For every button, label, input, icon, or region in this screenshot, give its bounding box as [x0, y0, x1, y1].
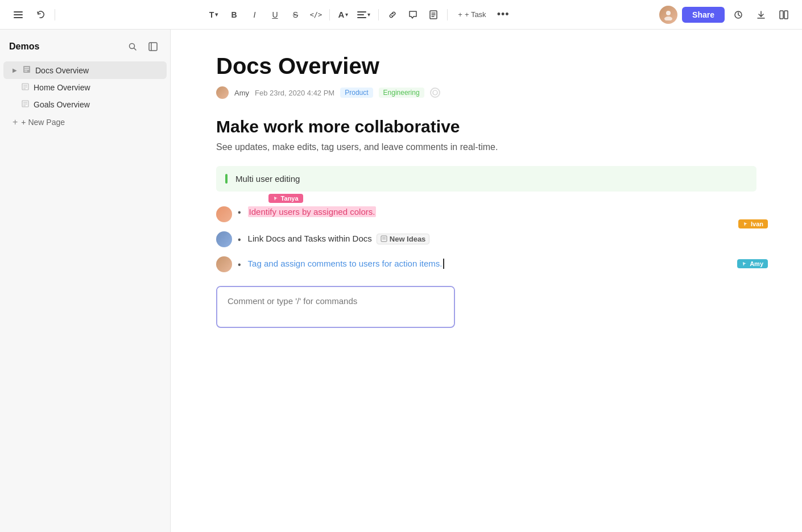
italic-button[interactable]: I: [245, 6, 263, 24]
layout-button[interactable]: [775, 6, 793, 24]
section-subtitle: See updates, make edits, tag users, and …: [216, 142, 756, 152]
align-button[interactable]: ▾: [354, 8, 374, 22]
svg-rect-5: [357, 17, 366, 18]
home-overview-page-icon: [22, 83, 29, 92]
comment-box: [216, 286, 455, 328]
history-button[interactable]: [729, 6, 747, 24]
add-tag-button[interactable]: [430, 88, 440, 98]
bold-button[interactable]: B: [225, 6, 243, 24]
author-avatar: [216, 86, 229, 99]
svg-line-18: [134, 48, 137, 51]
user-avatar-button[interactable]: [659, 6, 677, 24]
svg-point-33: [433, 90, 437, 95]
comment-button[interactable]: [404, 6, 422, 24]
svg-rect-15: [780, 11, 783, 19]
toolbar-divider-1: [55, 9, 55, 20]
content-area: Docs Overview Amy Feb 23rd, 2020 4:42 PM…: [171, 30, 802, 532]
user-avatar-image: [659, 6, 677, 24]
tanya-cursor-label: Tanya: [268, 194, 303, 203]
text-format-button[interactable]: T ▾: [204, 6, 222, 24]
list-item-2: • Link Docs and Tasks within Docs New Id…: [216, 230, 756, 247]
sidebar-item-goals-overview[interactable]: Goals Overview: [3, 96, 167, 113]
new-page-button[interactable]: + + New Page: [3, 113, 167, 131]
blockquote-text: Multi user editing: [235, 174, 300, 184]
amy-avatar: [216, 256, 232, 272]
main-layout: Demos ▶: [0, 30, 802, 532]
strikethrough-button[interactable]: S: [286, 6, 304, 24]
list-item-1-text: Identify users by assigned colors.: [248, 206, 377, 217]
sidebar-header: Demos: [0, 39, 170, 61]
download-button[interactable]: [752, 6, 770, 24]
tanya-avatar: [216, 206, 232, 222]
bullet-2: •: [238, 235, 241, 245]
more-options-button[interactable]: •••: [494, 6, 512, 24]
text-cursor: [443, 259, 444, 269]
docs-overview-page-icon: [23, 65, 31, 75]
svg-point-10: [666, 11, 671, 15]
sidebar-search-button[interactable]: [125, 39, 140, 55]
text-color-button[interactable]: A ▾: [334, 7, 352, 22]
list-item-1: • Tanya Identify users by assigned color…: [216, 205, 756, 222]
sidebar-title: Demos: [9, 41, 39, 52]
sidebar: Demos ▶: [0, 30, 171, 532]
blockquote-block: Multi user editing: [216, 166, 756, 192]
ivan-cursor-label: Ivan: [738, 219, 768, 228]
svg-rect-19: [149, 43, 157, 51]
sidebar-collapse-button[interactable]: [145, 39, 161, 55]
section-heading: Make work more collaborative: [216, 117, 756, 136]
doc-link-chip[interactable]: New Ideas: [377, 234, 430, 244]
amy-cursor-label: Amy: [737, 259, 768, 268]
bullet-3: •: [238, 260, 241, 270]
toolbar-divider-2: [329, 9, 330, 20]
undo-button[interactable]: [32, 6, 50, 24]
svg-rect-0: [14, 11, 23, 13]
list-item-3-text: Tag and assign comments to users for act…: [248, 257, 443, 271]
author-name: Amy: [234, 89, 249, 97]
expand-arrow-icon: ▶: [13, 67, 17, 73]
blockquote-bar: [225, 174, 228, 184]
svg-rect-34: [381, 236, 387, 242]
sidebar-item-goals-overview-label: Goals Overview: [34, 100, 90, 109]
add-task-button[interactable]: + + Task: [452, 8, 491, 21]
svg-point-11: [664, 16, 672, 20]
document-meta: Amy Feb 23rd, 2020 4:42 PM Product Engin…: [216, 86, 756, 99]
svg-rect-3: [357, 11, 366, 13]
tag-engineering[interactable]: Engineering: [379, 88, 424, 98]
sidebar-icons: [125, 39, 161, 55]
document-title: Docs Overview: [216, 52, 756, 80]
goals-overview-page-icon: [22, 100, 29, 109]
list-item-3: • Tag and assign comments to users for a…: [216, 255, 756, 272]
doc-embed-button[interactable]: [424, 6, 443, 24]
bullet-1: •: [238, 207, 241, 218]
svg-rect-1: [14, 14, 23, 15]
toolbar-divider-3: [378, 9, 379, 20]
comment-box-wrapper: [216, 286, 455, 328]
doc-link-label: New Ideas: [390, 235, 426, 243]
document-date: Feb 23rd, 2020 4:42 PM: [255, 89, 334, 97]
tag-product[interactable]: Product: [340, 88, 373, 98]
svg-rect-2: [14, 17, 23, 18]
list-item-2-text: Link Docs and Tasks within Docs: [248, 232, 372, 246]
toolbar: T ▾ B I U S </> A ▾ ▾: [0, 0, 802, 30]
comment-input[interactable]: [217, 287, 454, 325]
toolbar-divider-4: [447, 9, 448, 20]
ivan-avatar: [216, 231, 232, 247]
sidebar-item-home-overview-label: Home Overview: [34, 83, 90, 92]
svg-rect-16: [784, 11, 788, 19]
code-button[interactable]: </>: [307, 6, 325, 24]
sidebar-item-docs-overview-label: Docs Overview: [35, 66, 89, 75]
share-button[interactable]: Share: [682, 7, 725, 23]
new-page-plus-icon: +: [13, 117, 18, 127]
sidebar-item-docs-overview[interactable]: ▶ Docs Overview: [3, 61, 167, 79]
new-page-label: + New Page: [21, 118, 65, 127]
svg-rect-4: [357, 14, 364, 15]
underline-button[interactable]: U: [266, 6, 284, 24]
sidebar-item-home-overview[interactable]: Home Overview: [3, 79, 167, 96]
document-list: • Tanya Identify users by assigned color…: [216, 205, 756, 272]
link-button[interactable]: [383, 6, 402, 24]
hamburger-menu-button[interactable]: [9, 6, 27, 24]
